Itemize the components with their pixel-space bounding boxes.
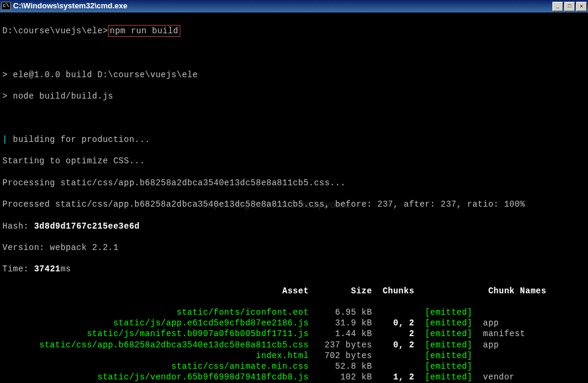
asset-row: static/js/app.e61cd5e9cfbd87ee2186.js 31… [2,318,586,328]
spinner-icon: | [2,135,8,144]
asset-chunks [372,362,414,371]
cmd-icon: c\ [1,2,11,10]
emitted-badge: [emitted] [425,329,472,338]
window-title: C:\Windows\system32\cmd.exe [13,1,128,11]
asset-size: 31.9 kB [309,318,372,328]
chunk-name [472,362,483,371]
chunk-name [472,308,483,317]
asset-name: static/css/animate.min.css [171,362,309,371]
chunk-name: app [472,318,499,328]
asset-row: static/css/animate.min.css 52.8 kB [emit… [2,361,586,372]
hash-value: 3d8d9d1767c215ee3e6d [34,221,139,231]
asset-size: 52.8 kB [309,362,372,371]
chunk-name: manifest [472,329,525,338]
processing-text: Processing static/css/app.b68258a2dbca35… [2,178,586,188]
time-label: Time: [2,264,34,274]
chunk-name: app [472,340,499,350]
emitted-badge: [emitted] [425,372,472,382]
asset-name: static/fonts/iconfont.eot [177,308,309,317]
asset-size: 6.95 kB [309,308,372,317]
asset-size: 237 bytes [309,340,372,350]
asset-chunks [372,351,414,360]
asset-chunks: 0, 2 [372,318,414,328]
asset-table-header: Asset Size Chunks Chunk Names [2,286,586,296]
maximize-button[interactable]: □ [564,2,575,11]
hash-label: Hash: [2,221,34,231]
asset-row: static/css/app.b68258a2dbca3540e13dc58e8… [2,340,586,350]
emitted-badge: [emitted] [425,340,472,350]
asset-size: 1.44 kB [309,329,372,338]
close-button[interactable]: ✕ [576,2,587,11]
asset-name: static/css/app.b68258a2dbca3540e13dc58e8… [39,340,309,350]
asset-row: static/fonts/iconfont.eot 6.95 kB [emitt… [2,307,586,318]
terminal-output: D:\course\vuejs\ele>npm run build > ele@… [0,13,588,383]
asset-table-body: static/fonts/iconfont.eot 6.95 kB [emitt… [2,307,586,383]
emitted-badge: [emitted] [425,308,472,317]
version-label: Version: webpack [2,243,92,252]
asset-row: static/js/vendor.65b9f6998d79418fcdb8.js… [2,372,586,382]
prompt-path: D:\course\vuejs\ele> [2,26,108,36]
asset-chunks: 1, 2 [372,372,414,382]
chunk-name [472,351,483,360]
emitted-badge: [emitted] [425,351,472,360]
chunk-name: vendor [472,372,514,382]
time-value: 37421 [34,264,61,274]
asset-size: 702 bytes [309,351,372,360]
asset-size: 102 kB [309,372,372,382]
asset-row: index.html 702 bytes [emitted] [2,350,586,361]
npm-output-2: > node build/build.js [2,91,586,102]
emitted-badge: [emitted] [425,362,472,371]
asset-chunks: 2 [372,329,414,338]
asset-row: static/js/manifest.b0907a0f6b005bdf1711.… [2,328,586,339]
building-text: building for production... [8,135,150,144]
npm-output-1: > ele@1.0.0 build D:\course\vuejs\ele [2,69,586,80]
asset-name: index.html [256,351,309,360]
window-controls: _ □ ✕ [552,2,587,11]
version-value: 2.2.1 [92,243,119,252]
asset-name: static/js/app.e61cd5e9cfbd87ee2186.js [113,318,309,328]
time-suffix: ms [61,264,71,274]
asset-chunks [372,308,414,317]
titlebar: c\ C:\Windows\system32\cmd.exe _ □ ✕ [0,0,588,13]
asset-name: static/js/manifest.b0907a0f6b005bdf1711.… [87,329,309,338]
cmd-window: c\ C:\Windows\system32\cmd.exe _ □ ✕ D:\… [0,0,588,383]
minimize-button[interactable]: _ [552,2,563,11]
asset-name: static/js/vendor.65b9f6998d79418fcdb8.js [97,372,309,382]
command-text: npm run build [110,26,179,36]
processed-text: Processed static/css/app.b68258a2dbca354… [2,199,586,210]
asset-chunks: 0, 2 [372,340,414,350]
emitted-badge: [emitted] [425,318,472,328]
optimize-text: Starting to optimize CSS... [2,156,586,166]
